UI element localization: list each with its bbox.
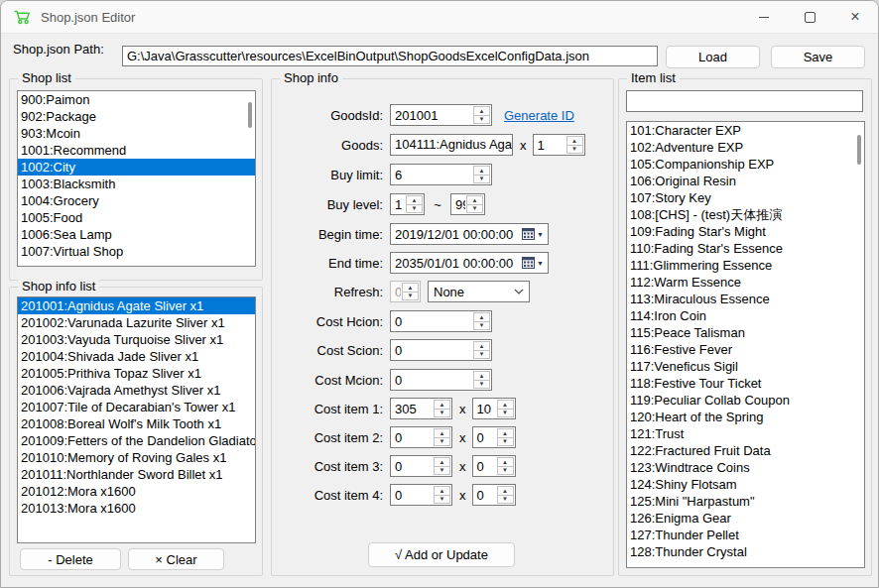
- list-item[interactable]: 120:Heart of the Spring: [627, 409, 864, 425]
- path-input[interactable]: [122, 46, 658, 66]
- begin-time-picker[interactable]: 2019/12/01 00:00:00 ▼: [390, 223, 549, 245]
- list-item[interactable]: 903:Mcoin: [18, 125, 255, 142]
- maximize-button[interactable]: [787, 1, 832, 33]
- shop-list-scrollbar[interactable]: [248, 102, 252, 128]
- cost-hcion-spinner[interactable]: 0 ▲ ▼: [390, 310, 492, 332]
- spin-up-icon[interactable]: ▲: [567, 137, 582, 146]
- list-item[interactable]: 1005:Food: [18, 209, 255, 226]
- list-item[interactable]: 1004:Grocery: [18, 192, 255, 209]
- list-item[interactable]: 902:Package: [18, 108, 255, 125]
- spin-up-icon[interactable]: ▲: [474, 107, 489, 116]
- list-item[interactable]: 113:Miraculous Essence: [627, 291, 864, 307]
- cost-item-4-id-spinner[interactable]: 0 ▲ ▼: [390, 484, 452, 506]
- list-item[interactable]: 115:Peace Talisman: [627, 324, 864, 341]
- list-item[interactable]: 117:Veneficus Sigil: [627, 358, 864, 375]
- list-item[interactable]: 106:Original Resin: [627, 173, 864, 189]
- spin-down-icon[interactable]: ▼: [467, 205, 482, 213]
- list-item[interactable]: 127:Thunder Pellet: [627, 527, 864, 543]
- end-time-picker[interactable]: 2035/01/01 00:00:00 ▼: [390, 252, 549, 274]
- buy-level-min-spinner[interactable]: 1 ▲ ▼: [390, 193, 425, 215]
- list-item[interactable]: 201003:Vayuda Turquoise Sliver x1: [18, 331, 255, 348]
- spin-down-icon[interactable]: ▼: [435, 496, 449, 504]
- spin-up-icon[interactable]: ▲: [474, 313, 489, 322]
- list-item[interactable]: 126:Enigma Gear: [627, 510, 864, 527]
- buy-limit-spinner[interactable]: 6 ▲ ▼: [390, 164, 492, 185]
- spin-down-icon[interactable]: ▼: [474, 351, 489, 359]
- spin-down-icon[interactable]: ▼: [498, 496, 513, 504]
- list-item[interactable]: 201011:Northlander Sword Billet x1: [18, 466, 255, 483]
- spin-down-icon[interactable]: ▼: [498, 410, 513, 417]
- list-item[interactable]: 119:Peculiar Collab Coupon: [627, 392, 864, 409]
- list-item[interactable]: 102:Adventure EXP: [627, 139, 864, 156]
- item-filter-input[interactable]: [626, 90, 863, 112]
- list-item[interactable]: 108:[CHS] - (test)天体推演: [627, 206, 864, 223]
- calendar-dropdown-button[interactable]: ▼: [522, 257, 544, 269]
- list-item[interactable]: 114:Iron Coin: [627, 307, 864, 324]
- list-item[interactable]: 1002:City: [18, 159, 255, 176]
- spin-down-icon[interactable]: ▼: [567, 146, 582, 154]
- list-item[interactable]: 109:Fading Star's Might: [627, 223, 864, 240]
- list-item[interactable]: 1003:Blacksmith: [18, 176, 255, 192]
- cost-scion-spinner[interactable]: 0 ▲ ▼: [390, 339, 492, 361]
- list-item[interactable]: 121:Trust: [627, 425, 864, 442]
- spin-up-icon[interactable]: ▲: [407, 196, 422, 205]
- spin-down-icon[interactable]: ▼: [474, 381, 489, 389]
- list-item[interactable]: 125:Mini "Harpastum": [627, 493, 864, 510]
- spin-up-icon[interactable]: ▲: [498, 401, 513, 410]
- spin-up-icon[interactable]: ▲: [435, 429, 449, 438]
- list-item[interactable]: 101:Character EXP: [627, 122, 864, 139]
- list-item[interactable]: 128:Thunder Crystal: [627, 543, 864, 560]
- refresh-mode-dropdown[interactable]: None: [428, 281, 530, 302]
- spin-down-icon[interactable]: ▼: [498, 467, 513, 475]
- clear-button[interactable]: × Clear: [128, 548, 224, 570]
- item-listbox[interactable]: 101:Character EXP102:Adventure EXP105:Co…: [626, 121, 865, 568]
- item-list-scrollbar[interactable]: [857, 135, 861, 165]
- list-item[interactable]: 112:Warm Essence: [627, 274, 864, 291]
- cost-mcion-spinner[interactable]: 0 ▲ ▼: [390, 369, 492, 391]
- list-item[interactable]: 201004:Shivada Jade Sliver x1: [18, 348, 255, 365]
- spin-down-icon[interactable]: ▼: [407, 205, 422, 213]
- list-item[interactable]: 201006:Vajrada Amethyst Sliver x1: [18, 382, 255, 399]
- spin-down-icon[interactable]: ▼: [474, 176, 489, 183]
- spin-up-icon[interactable]: ▲: [498, 429, 513, 438]
- goods-count-spinner[interactable]: 1 ▲ ▼: [533, 134, 585, 156]
- list-item[interactable]: 116:Festive Fever: [627, 341, 864, 358]
- list-item[interactable]: 201013:Mora x1600: [18, 500, 255, 517]
- spin-down-icon[interactable]: ▼: [435, 467, 449, 475]
- spin-down-icon[interactable]: ▼: [498, 438, 513, 446]
- load-button[interactable]: Load: [666, 46, 760, 68]
- list-item[interactable]: 201009:Fetters of the Dandelion Gladiato: [18, 432, 255, 449]
- list-item[interactable]: 123:Windtrace Coins: [627, 459, 864, 476]
- close-button[interactable]: ×: [832, 1, 878, 33]
- list-item[interactable]: 107:Story Key: [627, 189, 864, 206]
- buy-level-max-spinner[interactable]: 99 ▲ ▼: [450, 193, 485, 215]
- goods-input[interactable]: 104111:Agnidus Agate S: [390, 134, 513, 156]
- spin-up-icon[interactable]: ▲: [435, 401, 449, 410]
- spin-down-icon[interactable]: ▼: [474, 322, 489, 330]
- spin-up-icon[interactable]: ▲: [467, 196, 482, 205]
- list-item[interactable]: 111:Glimmering Essence: [627, 257, 864, 274]
- minimize-button[interactable]: [741, 1, 787, 33]
- spin-up-icon[interactable]: ▲: [435, 458, 449, 467]
- spin-up-icon[interactable]: ▲: [435, 487, 449, 496]
- list-item[interactable]: 1007:Virtual Shop: [18, 243, 255, 260]
- shop-info-listbox[interactable]: 201001:Agnidus Agate Sliver x1201002:Var…: [17, 296, 256, 543]
- spin-up-icon[interactable]: ▲: [474, 167, 489, 176]
- cost-item-3-id-spinner[interactable]: 0 ▲ ▼: [390, 455, 452, 477]
- cost-item-2-count-spinner[interactable]: 0 ▲ ▼: [472, 426, 516, 448]
- cost-item-2-id-spinner[interactable]: 0 ▲ ▼: [390, 426, 452, 448]
- generate-id-link[interactable]: Generate ID: [504, 108, 574, 123]
- list-item[interactable]: 201008:Boreal Wolf's Milk Tooth x1: [18, 415, 255, 432]
- shop-listbox[interactable]: 900:Paimon902:Package903:Mcoin1001:Recom…: [17, 90, 256, 267]
- save-button[interactable]: Save: [771, 46, 865, 68]
- delete-button[interactable]: - Delete: [20, 548, 121, 570]
- list-item[interactable]: 201005:Prithiva Topaz Sliver x1: [18, 365, 255, 382]
- list-item[interactable]: 201012:Mora x1600: [18, 483, 255, 500]
- spin-up-icon[interactable]: ▲: [498, 487, 513, 496]
- list-item[interactable]: 1001:Recommend: [18, 142, 255, 159]
- cost-item-1-count-spinner[interactable]: 10 ▲ ▼: [472, 398, 516, 419]
- spin-up-icon[interactable]: ▲: [474, 342, 489, 351]
- list-item[interactable]: 122:Fractured Fruit Data: [627, 442, 864, 459]
- cost-item-4-count-spinner[interactable]: 0 ▲ ▼: [472, 484, 516, 506]
- add-or-update-button[interactable]: √ Add or Update: [368, 542, 515, 567]
